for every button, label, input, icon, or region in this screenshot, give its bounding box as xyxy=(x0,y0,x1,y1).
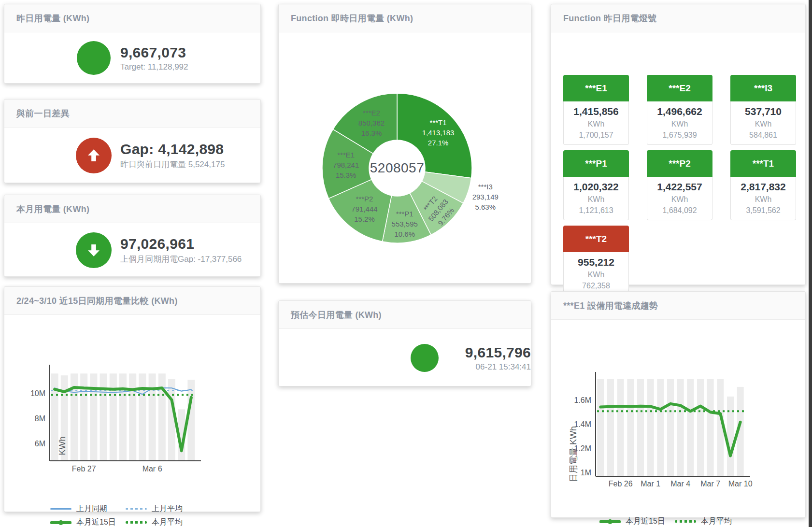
legend-dotted-swatch[interactable] xyxy=(126,508,147,510)
target-bar[interactable] xyxy=(187,380,195,461)
legend-label[interactable]: 本月平均 xyxy=(701,516,732,527)
target-bar[interactable] xyxy=(119,373,127,461)
target-bar[interactable] xyxy=(667,379,674,476)
scrollbar[interactable] xyxy=(809,0,812,527)
y-tick-label: 8M xyxy=(35,414,45,423)
target-bar[interactable] xyxy=(90,373,97,461)
tile-header: ***P2 xyxy=(647,150,712,177)
target-bar[interactable] xyxy=(687,379,694,476)
panel-body: ***E1 1,415,856 KWh 1,700,157 ***E2 1,49… xyxy=(551,33,805,285)
stat-value: 9,667,073 xyxy=(120,44,188,61)
stat-subtext: Target: 11,128,992 xyxy=(120,62,188,72)
tile-header: ***P1 xyxy=(563,150,629,177)
panel-e1-trend-chart: ***E1 設備用電達成趨勢 1M1.2M1.4M1.6MFeb 26Mar 1… xyxy=(551,291,806,518)
trend-svg[interactable]: 1M1.2M1.4M1.6MFeb 26Mar 1Mar 4Mar 7Mar 1… xyxy=(551,320,806,518)
tile-value: 1,415,856 xyxy=(565,106,627,117)
light-tile-p2[interactable]: ***P2 1,422,557 KWh 1,684,092 xyxy=(647,150,712,220)
trend-chart[interactable]: 1M1.2M1.4M1.6MFeb 26Mar 1Mar 4Mar 7Mar 1… xyxy=(551,320,805,517)
tile-target: 1,675,939 xyxy=(648,131,711,140)
light-tile-e1[interactable]: ***E1 1,415,856 KWh 1,700,157 xyxy=(563,75,629,145)
stat-subtext: 上個月同期用電Gap: -17,377,566 xyxy=(120,254,242,265)
dashboard-page: { "panels": { "yesterday": { "title": "昨… xyxy=(0,0,812,527)
stat-block: 9,667,073 Target: 11,128,992 xyxy=(120,44,188,72)
target-bar[interactable] xyxy=(110,373,117,461)
tile-header: ***E1 xyxy=(563,75,629,101)
legend-line-swatch[interactable] xyxy=(50,508,71,510)
target-bar[interactable] xyxy=(149,373,156,461)
panel-header: ***E1 設備用電達成趨勢 xyxy=(551,292,805,320)
target-bar[interactable] xyxy=(100,373,107,461)
target-bar[interactable] xyxy=(129,373,136,461)
compare-svg[interactable]: 6M8M10MFeb 27Mar 6 xyxy=(4,315,261,513)
tile-unit: KWh xyxy=(648,120,711,128)
target-bar[interactable] xyxy=(637,379,644,476)
stat-value: Gap: 4,142,898 xyxy=(120,141,225,157)
donut-chart[interactable]: 5208057 ***T11,413,18327.1%***I3293,1495… xyxy=(279,4,531,283)
legend-line-swatch[interactable] xyxy=(599,520,621,523)
target-bar[interactable] xyxy=(607,379,614,476)
target-bar[interactable] xyxy=(617,379,624,476)
x-tick-label: Feb 27 xyxy=(72,465,96,473)
status-circle-icon xyxy=(411,344,439,372)
target-bar[interactable] xyxy=(727,397,734,476)
target-bar[interactable] xyxy=(647,379,654,476)
y-tick-label: 10M xyxy=(30,389,45,398)
tile-target: 1,700,157 xyxy=(565,131,627,140)
legend-label[interactable]: 本月平均 xyxy=(152,517,183,527)
panel-body: 1M1.2M1.4M1.6MFeb 26Mar 1Mar 4Mar 7Mar 1… xyxy=(551,320,805,517)
tile-body: 1,422,557 KWh 1,684,092 xyxy=(647,177,712,220)
x-tick-label: Mar 7 xyxy=(700,480,720,488)
panel-header: 與前一日差異 xyxy=(4,100,260,128)
tile-value: 955,212 xyxy=(565,256,627,268)
panel-day-gap: 與前一日差異 Gap: 4,142,898 昨日與前日用電量 5,524,175 xyxy=(4,99,261,183)
tile-target: 1,121,613 xyxy=(565,206,627,215)
stat-block: Gap: 4,142,898 昨日與前日用電量 5,524,175 xyxy=(120,141,225,170)
panel-realtime-donut: Function 即時日用電量 (KWh) 5208057 ***T11,413… xyxy=(278,4,531,284)
legend-label[interactable]: 本月近15日 xyxy=(76,517,121,527)
panel-month-usage: 本月用電量 (KWh) 97,026,961 上個月同期用電Gap: -17,3… xyxy=(4,195,261,277)
legend-dotted-swatch[interactable] xyxy=(126,521,147,524)
compare-chart[interactable]: 6M8M10MFeb 27Mar 6 xyxy=(4,315,260,512)
legend-line-swatch[interactable] xyxy=(50,521,71,524)
y-tick-label: 1M xyxy=(581,469,591,477)
stat-block: 97,026,961 上個月同期用電Gap: -17,377,566 xyxy=(120,236,242,265)
stat-value: 97,026,961 xyxy=(120,236,242,252)
legend-label[interactable]: 上月同期 xyxy=(76,504,121,514)
legend-dotted-swatch[interactable] xyxy=(675,520,696,523)
light-tile-p1[interactable]: ***P1 1,020,322 KWh 1,121,613 xyxy=(563,150,629,220)
target-bar[interactable] xyxy=(657,379,664,476)
target-bar[interactable] xyxy=(627,379,634,476)
light-tile-e2[interactable]: ***E2 1,496,662 KWh 1,675,939 xyxy=(647,75,712,145)
legend-label[interactable]: 本月近15日 xyxy=(626,516,670,527)
stat-value: 9,615,796 xyxy=(453,344,531,360)
tile-body: 2,817,832 KWh 3,591,562 xyxy=(730,177,796,220)
panel-header: 本月用電量 (KWh) xyxy=(4,195,260,223)
target-bar[interactable] xyxy=(707,379,714,476)
chart-legend: 本月近15日 本月平均 Target xyxy=(599,516,732,527)
light-tiles-grid: ***E1 1,415,856 KWh 1,700,157 ***E2 1,49… xyxy=(563,75,796,296)
x-tick-label: Mar 4 xyxy=(670,480,690,488)
light-tile-t2[interactable]: ***T2 955,212 KWh 762,358 xyxy=(563,226,629,296)
panel-body: Gap: 4,142,898 昨日與前日用電量 5,524,175 xyxy=(4,128,260,183)
target-bar[interactable] xyxy=(697,379,704,476)
tile-value: 537,710 xyxy=(732,106,795,117)
panel-title: Function 昨日用電燈號 xyxy=(563,13,656,24)
x-tick-label: Mar 1 xyxy=(641,480,660,488)
donut-svg[interactable] xyxy=(279,4,532,284)
panel-title: 昨日用電量 (KWh) xyxy=(16,13,89,24)
panel-today-estimate: 預估今日用電量 (KWh) 9,615,796 06-21 15:34:41 xyxy=(278,300,531,386)
panel-title: 2/24~3/10 近15日同期用電量比較 (KWh) xyxy=(16,295,178,307)
status-circle-icon xyxy=(77,41,111,75)
target-bar[interactable] xyxy=(139,373,146,461)
light-tile-t1[interactable]: ***T1 2,817,832 KWh 3,591,562 xyxy=(730,150,796,220)
target-bar[interactable] xyxy=(597,379,604,476)
light-tile-i3[interactable]: ***I3 537,710 KWh 584,861 xyxy=(730,75,796,145)
tile-body: 955,212 KWh 762,358 xyxy=(563,252,629,296)
tile-header: ***I3 xyxy=(730,75,796,101)
target-bar[interactable] xyxy=(677,379,684,476)
panel-yesterday-usage: 昨日用電量 (KWh) 9,667,073 Target: 11,128,992 xyxy=(4,4,261,84)
tile-unit: KWh xyxy=(732,120,795,128)
legend-label[interactable]: 上月平均 xyxy=(152,504,183,514)
stat-subtext: 昨日與前日用電量 5,524,175 xyxy=(120,159,225,170)
stat-timestamp: 06-21 15:34:41 xyxy=(453,362,531,371)
